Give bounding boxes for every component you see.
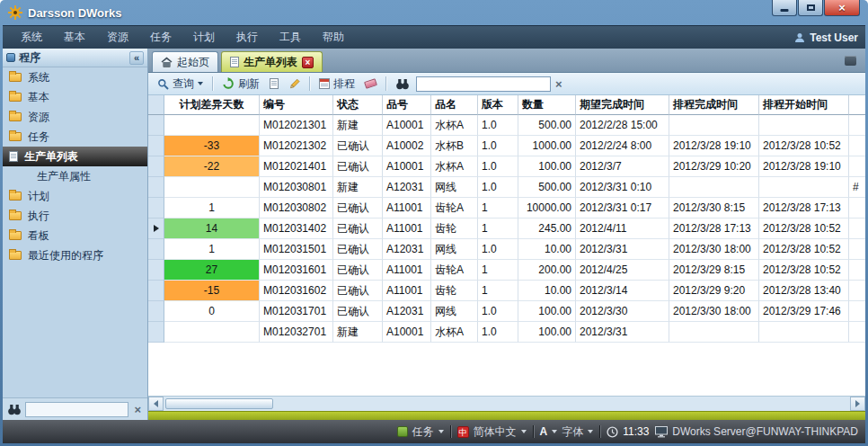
table-row[interactable]: M012032701新建A10001水杯A1.0100.002012/3/31 bbox=[148, 322, 865, 343]
table-row[interactable]: 1M012030802已确认A11001齿轮A110000.002012/3/3… bbox=[148, 198, 865, 219]
cell[interactable]: 已确认 bbox=[333, 219, 383, 239]
cell[interactable]: 2012/3/7 bbox=[576, 156, 669, 177]
cell[interactable] bbox=[849, 281, 865, 301]
cell[interactable]: 2012/3/28 10:52 bbox=[759, 260, 849, 281]
new-button[interactable] bbox=[266, 76, 282, 91]
cell[interactable]: 已确认 bbox=[333, 198, 383, 219]
cell[interactable]: 1 bbox=[478, 219, 518, 239]
cell[interactable]: 水杯A bbox=[431, 322, 478, 343]
refresh-button[interactable]: 刷新 bbox=[218, 75, 263, 94]
column-header[interactable] bbox=[849, 95, 865, 115]
cell[interactable]: A11001 bbox=[383, 260, 431, 281]
cell[interactable]: 1 bbox=[478, 281, 518, 301]
cell[interactable]: 2012/3/28 13:40 bbox=[759, 281, 849, 301]
cell[interactable]: 2012/2/24 8:00 bbox=[576, 136, 669, 156]
sidebar-item[interactable]: 任务 bbox=[3, 127, 147, 147]
cell[interactable]: 1.0 bbox=[478, 322, 518, 343]
table-row[interactable]: -22M012021401已确认A10001水杯A1.0100.002012/3… bbox=[148, 156, 865, 177]
cell[interactable]: # bbox=[849, 177, 865, 198]
cell[interactable]: 14 bbox=[164, 219, 260, 239]
cell[interactable]: 1 bbox=[478, 260, 518, 281]
status-font-dropdown[interactable]: A 字体 bbox=[540, 424, 594, 440]
cell[interactable]: 2012/3/30 18:00 bbox=[669, 301, 759, 322]
cell[interactable]: 水杯A bbox=[431, 115, 478, 136]
cell[interactable]: M012021302 bbox=[260, 136, 333, 156]
cell[interactable]: 2012/3/28 17:13 bbox=[759, 198, 849, 219]
table-row[interactable]: 27M012031601已确认A11001齿轮A1200.002012/4/25… bbox=[148, 260, 865, 281]
row-selector[interactable] bbox=[148, 156, 164, 177]
cell[interactable]: 齿轮 bbox=[431, 219, 478, 239]
sidebar-item[interactable]: 生产单属性 bbox=[3, 166, 147, 186]
close-button[interactable]: × bbox=[824, 0, 860, 16]
cell[interactable]: 1 bbox=[164, 239, 260, 260]
cell[interactable] bbox=[759, 115, 849, 136]
cell[interactable]: 1.0 bbox=[478, 177, 518, 198]
cell[interactable]: 水杯A bbox=[431, 156, 478, 177]
cell[interactable]: 1.0 bbox=[478, 301, 518, 322]
cell[interactable]: 已确认 bbox=[333, 260, 383, 281]
cell[interactable]: 齿轮 bbox=[431, 281, 478, 301]
sidebar-item[interactable]: 资源 bbox=[3, 107, 147, 127]
cell[interactable]: 网线 bbox=[431, 301, 478, 322]
cell[interactable] bbox=[849, 322, 865, 343]
column-header[interactable]: 编号 bbox=[260, 95, 333, 115]
cell[interactable] bbox=[849, 301, 865, 322]
sidebar-item[interactable]: 生产单列表 bbox=[3, 147, 147, 166]
cell[interactable]: 100.00 bbox=[518, 301, 576, 322]
cell[interactable]: 1.0 bbox=[478, 156, 518, 177]
cell[interactable]: 2012/3/14 bbox=[576, 281, 669, 301]
cell[interactable]: M012030801 bbox=[260, 177, 333, 198]
cell[interactable]: 200.00 bbox=[518, 260, 576, 281]
tab-close-icon[interactable]: × bbox=[302, 57, 314, 68]
cell[interactable]: 500.00 bbox=[518, 115, 576, 136]
cell[interactable] bbox=[849, 239, 865, 260]
cell[interactable]: A10001 bbox=[383, 115, 431, 136]
cell[interactable]: 0 bbox=[164, 301, 260, 322]
sidebar-item[interactable]: 看板 bbox=[3, 226, 147, 245]
cell[interactable]: A12031 bbox=[383, 177, 431, 198]
cell[interactable]: 已确认 bbox=[333, 281, 383, 301]
toolbar-search-clear-icon[interactable]: × bbox=[554, 78, 564, 90]
cell[interactable]: 100.00 bbox=[518, 322, 576, 343]
cell[interactable]: -33 bbox=[164, 136, 260, 156]
query-button[interactable]: 查询 bbox=[154, 75, 207, 94]
cell[interactable]: A10001 bbox=[383, 156, 431, 177]
cell[interactable]: -22 bbox=[164, 156, 260, 177]
cell[interactable]: 齿轮A bbox=[431, 260, 478, 281]
cell[interactable]: 已确认 bbox=[333, 239, 383, 260]
cell[interactable]: 新建 bbox=[333, 177, 383, 198]
cell[interactable]: A10001 bbox=[383, 322, 431, 343]
row-selector[interactable] bbox=[148, 301, 164, 322]
row-selector[interactable] bbox=[148, 239, 164, 260]
cell[interactable] bbox=[759, 322, 849, 343]
cell[interactable]: 已确认 bbox=[333, 301, 383, 322]
cell[interactable]: 10.00 bbox=[518, 281, 576, 301]
row-selector[interactable] bbox=[148, 281, 164, 301]
table-row[interactable]: M012021301新建A10001水杯A1.0500.002012/2/28 … bbox=[148, 115, 865, 136]
cell[interactable]: 2012/3/28 10:52 bbox=[759, 136, 849, 156]
find-button[interactable] bbox=[392, 76, 413, 92]
table-row[interactable]: M012030801新建A12031网线1.0500.002012/3/31 0… bbox=[148, 177, 865, 198]
cell[interactable]: 1.0 bbox=[478, 115, 518, 136]
cell[interactable]: M012032701 bbox=[260, 322, 333, 343]
sidebar-search-clear-icon[interactable]: × bbox=[132, 404, 143, 415]
scroll-right-button[interactable] bbox=[850, 397, 865, 411]
column-header[interactable]: 期望完成时间 bbox=[576, 95, 669, 115]
cell[interactable]: 10000.00 bbox=[518, 198, 576, 219]
table-row[interactable]: 14M012031402已确认A11001齿轮1245.002012/4/112… bbox=[148, 219, 865, 239]
title-bar[interactable]: Darsson DWorks × bbox=[3, 0, 865, 25]
toolbar-search-input[interactable] bbox=[416, 76, 551, 92]
cell[interactable]: M012031602 bbox=[260, 281, 333, 301]
window-list-icon[interactable] bbox=[845, 56, 856, 66]
cell[interactable]: 27 bbox=[164, 260, 260, 281]
cell[interactable]: 水杯B bbox=[431, 136, 478, 156]
menu-item[interactable]: 执行 bbox=[226, 26, 269, 49]
cell[interactable]: 2012/4/25 bbox=[576, 260, 669, 281]
sidebar-item[interactable]: 基本 bbox=[3, 87, 147, 107]
sidebar-item[interactable]: 执行 bbox=[3, 206, 147, 226]
table-row[interactable]: 0M012031701已确认A12031网线1.0100.002012/3/30… bbox=[148, 301, 865, 322]
cell[interactable]: 1.0 bbox=[478, 239, 518, 260]
cell[interactable]: 1 bbox=[478, 198, 518, 219]
cell[interactable]: M012031601 bbox=[260, 260, 333, 281]
column-header[interactable]: 状态 bbox=[333, 95, 383, 115]
